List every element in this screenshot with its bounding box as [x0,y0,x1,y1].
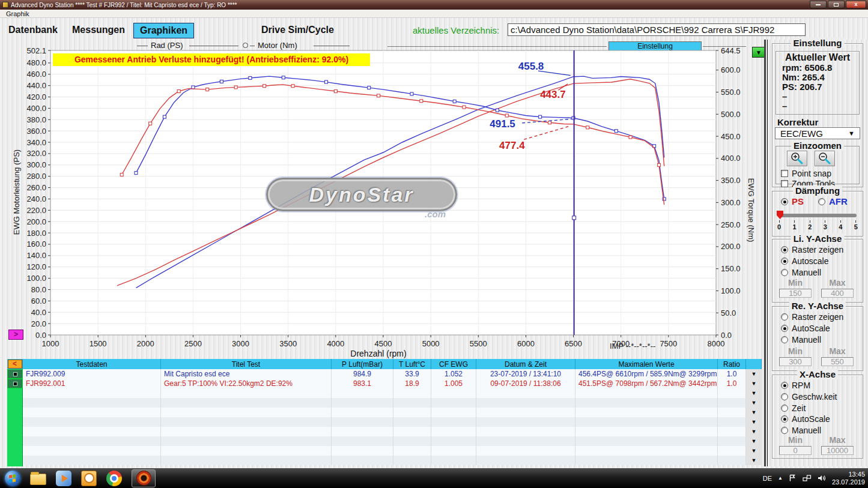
svg-text:1500: 1500 [90,339,107,348]
svg-text:8000: 8000 [708,339,725,348]
max-field[interactable]: 550 [821,357,854,366]
chrome-icon[interactable] [106,471,122,486]
language-indicator[interactable]: DE [763,475,772,482]
dyno-app-taskbar-button[interactable] [132,469,156,487]
option-label: Autoscale [792,256,828,266]
menu-item-graphik[interactable]: Graphik [6,10,29,17]
table-row[interactable]: FJR992.009Mit Capristo esd ece984.933.91… [7,369,762,379]
x-axis-option[interactable]: Geschw.keit [781,392,861,402]
korrektur-select[interactable]: EEC/EWG ▼ [775,127,860,139]
zoom-in-button[interactable] [787,151,807,166]
right-y-option[interactable]: Manuell [781,335,861,345]
row-dropdown-arrow[interactable]: ▼ [746,417,762,427]
row-selector-button[interactable] [7,369,23,379]
network-icon[interactable] [803,474,812,482]
table-cell: 09-07-2019 / 11:38:06 [476,379,575,388]
table-collapse-button[interactable]: < [8,360,22,369]
min-field[interactable]: 0 [779,446,812,455]
action-center-flag-icon[interactable] [789,474,797,482]
svg-text:160.0: 160.0 [26,239,46,249]
damping-option[interactable]: PS [781,196,804,206]
tab-graphiken[interactable]: Graphiken [133,23,194,38]
column-header[interactable]: CF EWG [431,359,476,369]
damping-slider[interactable] [777,212,858,219]
x-scale-option[interactable]: Manuell [781,426,861,435]
x-axis-option[interactable]: Zeit [781,403,861,413]
row-dropdown-arrow[interactable]: ▼ [746,379,762,388]
annotation-value: 477.4 [499,140,525,151]
chart-scroll-button[interactable]: > [8,330,23,340]
right-y-option[interactable]: AutoScale [781,324,861,333]
column-header[interactable]: Datum & Zeit [476,359,575,369]
tab-messungen[interactable]: Messungen [72,25,125,35]
tab-datenbank[interactable]: Datenbank [8,25,58,35]
row-dropdown-arrow[interactable]: ▼ [746,408,762,417]
tray-expand-icon[interactable]: ▲ [778,475,783,481]
radio-icon [781,246,788,253]
table-cell: Gear:5 TP:100% VI:22.50kgm2 DE:92% [161,379,332,388]
row-dropdown-arrow[interactable]: ▼ [746,427,762,436]
media-player-icon[interactable] [56,471,71,486]
column-header[interactable]: Ratio [718,359,746,369]
svg-text:100.0: 100.0 [721,286,741,295]
damping-option[interactable]: AFR [818,196,848,206]
tab-drive-sim[interactable]: Drive Sim/Cycle [261,25,334,35]
empty-row: ▼ [7,456,762,465]
right-y-option[interactable]: Raster zeigen [781,312,861,322]
left-y-option[interactable]: Autoscale [781,256,861,266]
left-y-option[interactable]: Raster zeigen [781,245,861,255]
zoom-tool-option[interactable]: Point snap [781,169,859,178]
radio-icon [781,393,788,400]
svg-text:200.0: 200.0 [721,242,741,251]
x-scale-option[interactable]: AutoScale [781,414,861,424]
max-field[interactable]: 10000 [821,446,854,455]
close-button[interactable]: x [846,1,866,8]
left-y-option[interactable]: Manuell [781,268,861,277]
row-dropdown-arrow[interactable]: ▼ [746,436,762,446]
svg-text:2500: 2500 [184,339,202,348]
group-title: Li. Y-Achse [791,233,845,244]
svg-text:3500: 3500 [279,339,297,348]
calendar-app-icon[interactable] [81,471,97,486]
row-dropdown-arrow[interactable]: ▼ [746,446,762,456]
volume-icon[interactable] [818,474,826,482]
column-header[interactable]: P Luft(mBar) [332,359,393,369]
current-directory-input[interactable] [508,23,806,36]
slider-tick: 3 [824,220,827,230]
row-selector-button[interactable] [7,379,23,388]
current-value-box: Aktueller Wert rpm: 6506.8Nm: 265.4PS: 2… [775,51,860,115]
einstellung-group: Einstellung Aktueller Wert rpm: 6506.8Nm… [772,43,863,187]
option-label: PS [792,196,804,206]
x-axis-option[interactable]: RPM [781,381,861,390]
zoom-out-button[interactable] [815,151,835,166]
min-label: Min [777,346,813,356]
column-header[interactable]: T Luft°C [393,359,431,369]
minimize-button[interactable] [810,1,827,8]
svg-text:5500: 5500 [470,339,487,348]
start-button[interactable] [5,471,20,486]
option-label: Manuell [792,426,821,435]
max-field[interactable]: 400 [821,289,854,298]
row-dropdown-arrow[interactable]: ▼ [746,388,762,398]
row-dropdown-arrow[interactable]: ▼ [746,369,762,379]
column-header[interactable]: Maximalen Werte [575,359,718,369]
min-label: Min [777,435,813,445]
maximize-button[interactable] [828,1,845,8]
table-row[interactable]: FJR992.001Gear:5 TP:100% VI:22.50kgm2 DE… [7,379,762,388]
explorer-icon[interactable] [30,474,46,485]
svg-text:480.0: 480.0 [26,58,46,67]
clock[interactable]: 13:45 23.07.2019 [832,471,865,486]
min-field[interactable]: 300 [779,357,812,366]
table-cell: 1.005 [431,379,476,388]
column-header[interactable]: Titel Test [161,359,332,369]
min-field[interactable]: 150 [779,289,812,298]
current-value-line: PS: 206.7 [782,82,859,92]
row-dropdown-arrow[interactable]: ▼ [746,456,762,465]
table-cell: 33.9 [393,369,431,379]
slider-thumb[interactable] [777,211,783,219]
svg-text:100.0: 100.0 [26,274,46,283]
column-header[interactable]: Testdaten [23,359,161,369]
row-dropdown-arrow[interactable]: ▼ [746,398,762,408]
time: 13:45 [832,471,865,478]
option-label: Raster zeigen [792,245,843,255]
